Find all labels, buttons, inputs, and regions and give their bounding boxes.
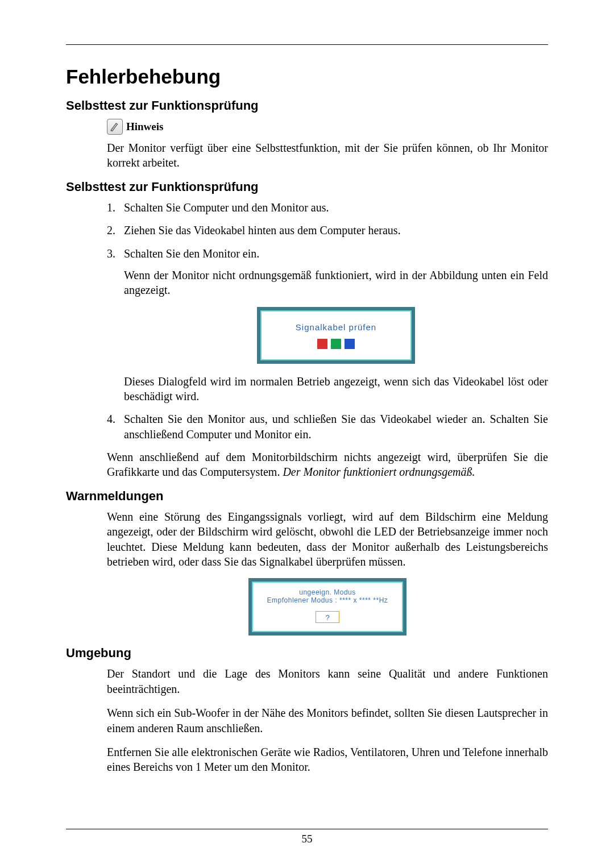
- step-3-paragraph-2: Dieses Dialogfeld wird im normalen Betri…: [124, 374, 548, 404]
- environment-p2: Wenn sich ein Sub-Woofer in der Nähe des…: [107, 705, 548, 736]
- rule-bottom: [66, 829, 548, 829]
- environment-p1: Der Standort und die Lage des Monitors k…: [107, 666, 548, 696]
- environment-block: Der Standort und die Lage des Monitors k…: [107, 666, 548, 774]
- section-heading-warnings: Warnmeldungen: [66, 489, 548, 504]
- after-steps-italic: Der Monitor funktioniert ordnungsgemäß.: [283, 466, 475, 478]
- step-text: Ziehen Sie das Videokabel hinten aus dem…: [124, 224, 401, 236]
- note-label: Hinweis: [126, 121, 163, 133]
- figure-mode-line1: ungeeign. Modus: [259, 588, 396, 596]
- content: Fehlerbehebung Selbsttest zur Funktionsp…: [66, 65, 548, 775]
- step-1: Schalten Sie Computer und den Monitor au…: [107, 200, 548, 215]
- page: Fehlerbehebung Selbsttest zur Funktionsp…: [0, 0, 614, 868]
- figure-signal-cable-text: Signalkabel prüfen: [266, 322, 406, 333]
- step-text: Schalten Sie Computer und den Monitor au…: [124, 201, 329, 214]
- after-steps-paragraph: Wenn anschließend auf dem Monitorbildsch…: [107, 450, 548, 480]
- page-footer: 55: [66, 823, 548, 845]
- note-paragraph: Der Monitor verfügt über eine Selbsttest…: [107, 140, 548, 171]
- step-3: Schalten Sie den Monitor ein. Wenn der M…: [107, 246, 548, 404]
- color-box-red: [317, 339, 327, 349]
- figure-color-boxes: [266, 339, 406, 349]
- figure-signal-cable: Signalkabel prüfen: [124, 307, 548, 364]
- environment-p3: Entfernen Sie alle elektronischen Geräte…: [107, 745, 548, 775]
- page-title: Fehlerbehebung: [66, 65, 548, 88]
- steps-block: Schalten Sie Computer und den Monitor au…: [107, 200, 548, 480]
- section-heading-selftest-steps: Selbsttest zur Funktionsprüfung: [66, 180, 548, 194]
- figure-mode: ungeeign. Modus Empfohlener Modus : ****…: [107, 578, 548, 636]
- section-heading-environment: Umgebung: [66, 646, 548, 661]
- section-heading-selftest-intro: Selbsttest zur Funktionsprüfung: [66, 98, 548, 113]
- step-text: Schalten Sie den Monitor ein.: [124, 247, 259, 260]
- note-block: Hinweis Der Monitor verfügt über eine Se…: [107, 119, 548, 171]
- note-icon: [107, 119, 123, 135]
- page-number: 55: [66, 833, 548, 845]
- step-2: Ziehen Sie das Videokabel hinten aus dem…: [107, 223, 548, 238]
- figure-mode-button: ?: [316, 611, 339, 623]
- rule-top: [66, 44, 548, 45]
- steps-list: Schalten Sie Computer und den Monitor au…: [107, 200, 548, 442]
- color-box-blue: [345, 339, 355, 349]
- color-box-green: [331, 339, 341, 349]
- warnings-block: Wenn eine Störung des Eingangssignals vo…: [107, 509, 548, 636]
- figure-mode-line2: Empfohlener Modus : **** x **** **Hz: [259, 596, 396, 604]
- step-4: Schalten Sie den Monitor aus, und schlie…: [107, 412, 548, 442]
- step-3-paragraph-1: Wenn der Monitor nicht ordnungsgemäß fun…: [124, 268, 548, 298]
- step-text: Schalten Sie den Monitor aus, und schlie…: [124, 413, 548, 440]
- warnings-paragraph: Wenn eine Störung des Eingangssignals vo…: [107, 509, 548, 570]
